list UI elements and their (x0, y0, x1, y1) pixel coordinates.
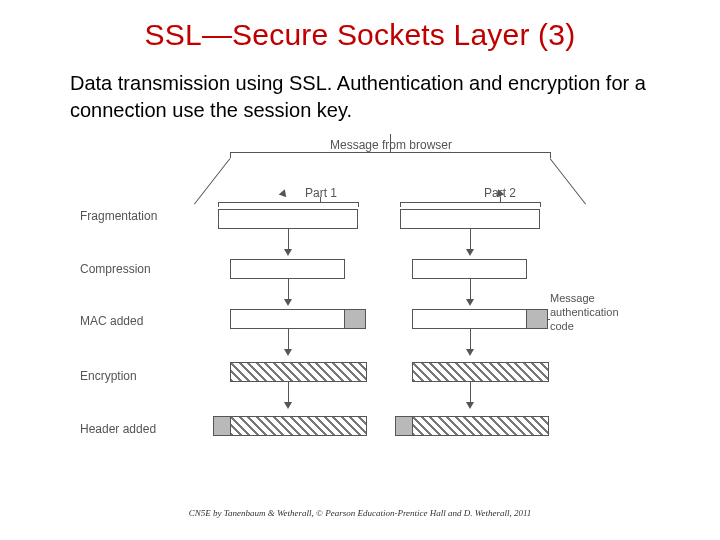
page-title: SSL—Secure Sockets Layer (3) (0, 18, 720, 52)
hdr-block-2 (395, 416, 413, 436)
label-part1: Part 1 (305, 186, 337, 200)
frag-bar-1 (218, 209, 358, 229)
mac-bar-2 (412, 309, 527, 329)
mac-bar-1 (230, 309, 345, 329)
mac-block-2 (526, 309, 548, 329)
ssl-diagram: Message from browser Part 1 Part 2 Fragm… (80, 134, 640, 464)
hdr-bar-2 (412, 416, 549, 436)
enc-bar-2 (412, 362, 549, 382)
label-encryption: Encryption (80, 369, 137, 383)
footer-credit: CN5E by Tanenbaum & Wetherall, © Pearson… (0, 508, 720, 518)
enc-bar-1 (230, 362, 367, 382)
label-top: Message from browser (330, 138, 452, 152)
hdr-block-1 (213, 416, 231, 436)
label-compression: Compression (80, 262, 151, 276)
comp-bar-2 (412, 259, 527, 279)
mac-block-1 (344, 309, 366, 329)
label-mac: MAC added (80, 314, 143, 328)
frag-bar-2 (400, 209, 540, 229)
label-fragmentation: Fragmentation (80, 209, 157, 223)
hdr-bar-1 (230, 416, 367, 436)
label-mac-side: Message authentication code (550, 292, 640, 333)
comp-bar-1 (230, 259, 345, 279)
label-header: Header added (80, 422, 156, 436)
page-subtitle: Data transmission using SSL. Authenticat… (70, 70, 650, 124)
